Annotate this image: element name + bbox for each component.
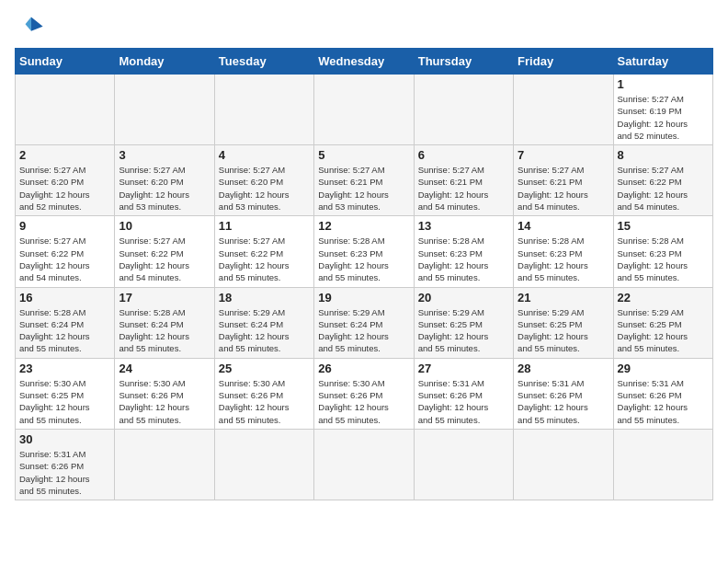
calendar-day-empty (314, 429, 414, 500)
day-number: 14 (518, 219, 609, 233)
calendar-day-7: 7Sunrise: 5:27 AMSunset: 6:21 PMDaylight… (514, 145, 613, 216)
calendar-week-row: 16Sunrise: 5:28 AMSunset: 6:24 PMDayligh… (16, 287, 713, 358)
day-info: Sunrise: 5:30 AMSunset: 6:26 PMDaylight:… (219, 377, 310, 426)
day-number: 19 (318, 291, 409, 304)
day-number: 27 (418, 362, 509, 375)
calendar-day-30: 30Sunrise: 5:31 AMSunset: 6:26 PMDayligh… (16, 429, 115, 500)
day-number: 15 (618, 219, 709, 233)
day-info: Sunrise: 5:27 AMSunset: 6:21 PMDaylight:… (418, 164, 509, 213)
calendar-day-empty (214, 75, 313, 145)
day-number: 28 (518, 362, 609, 375)
calendar-day-15: 15Sunrise: 5:28 AMSunset: 6:23 PMDayligh… (613, 216, 712, 287)
day-number: 25 (219, 362, 310, 375)
day-info: Sunrise: 5:28 AMSunset: 6:24 PMDaylight:… (19, 306, 110, 355)
calendar-day-27: 27Sunrise: 5:31 AMSunset: 6:26 PMDayligh… (414, 358, 513, 429)
day-number: 17 (119, 291, 210, 304)
generalblue-logo-icon (15, 15, 44, 40)
day-number: 16 (19, 291, 110, 304)
day-number: 18 (219, 291, 310, 304)
calendar-week-row: 9Sunrise: 5:27 AMSunset: 6:22 PMDaylight… (16, 216, 713, 287)
calendar-day-23: 23Sunrise: 5:30 AMSunset: 6:25 PMDayligh… (16, 358, 115, 429)
day-info: Sunrise: 5:31 AMSunset: 6:26 PMDaylight:… (518, 377, 609, 426)
calendar-day-12: 12Sunrise: 5:28 AMSunset: 6:23 PMDayligh… (314, 216, 414, 287)
calendar-day-empty (414, 429, 513, 500)
day-info: Sunrise: 5:31 AMSunset: 6:26 PMDaylight:… (418, 377, 509, 426)
day-number: 11 (219, 219, 310, 233)
calendar-day-empty (16, 75, 115, 145)
calendar-day-11: 11Sunrise: 5:27 AMSunset: 6:22 PMDayligh… (214, 216, 313, 287)
day-number: 9 (19, 219, 110, 233)
day-number: 2 (19, 148, 110, 162)
day-number: 21 (518, 291, 609, 304)
calendar-day-22: 22Sunrise: 5:29 AMSunset: 6:25 PMDayligh… (613, 287, 712, 358)
calendar-day-25: 25Sunrise: 5:30 AMSunset: 6:26 PMDayligh… (214, 358, 313, 429)
calendar-day-empty (115, 75, 214, 145)
calendar-day-16: 16Sunrise: 5:28 AMSunset: 6:24 PMDayligh… (16, 287, 115, 358)
day-number: 6 (418, 148, 509, 162)
calendar-day-13: 13Sunrise: 5:28 AMSunset: 6:23 PMDayligh… (414, 216, 513, 287)
calendar-day-empty (514, 429, 613, 500)
day-info: Sunrise: 5:27 AMSunset: 6:21 PMDaylight:… (518, 164, 609, 213)
calendar-day-empty (214, 429, 313, 500)
day-info: Sunrise: 5:29 AMSunset: 6:25 PMDaylight:… (418, 306, 509, 355)
day-number: 23 (19, 362, 110, 375)
header (15, 15, 713, 40)
calendar-day-9: 9Sunrise: 5:27 AMSunset: 6:22 PMDaylight… (16, 216, 115, 287)
day-info: Sunrise: 5:27 AMSunset: 6:22 PMDaylight:… (219, 235, 310, 283)
calendar-day-20: 20Sunrise: 5:29 AMSunset: 6:25 PMDayligh… (414, 287, 513, 358)
day-number: 4 (219, 148, 310, 162)
calendar-day-26: 26Sunrise: 5:30 AMSunset: 6:26 PMDayligh… (314, 358, 414, 429)
day-info: Sunrise: 5:28 AMSunset: 6:24 PMDaylight:… (119, 306, 210, 355)
weekday-header-sunday: Sunday (16, 49, 115, 75)
weekday-header-saturday: Saturday (613, 49, 712, 75)
calendar-day-10: 10Sunrise: 5:27 AMSunset: 6:22 PMDayligh… (115, 216, 214, 287)
calendar-table: SundayMondayTuesdayWednesdayThursdayFrid… (15, 48, 713, 500)
calendar-week-row: 23Sunrise: 5:30 AMSunset: 6:25 PMDayligh… (16, 358, 713, 429)
day-info: Sunrise: 5:29 AMSunset: 6:24 PMDaylight:… (318, 306, 409, 355)
day-info: Sunrise: 5:29 AMSunset: 6:25 PMDaylight:… (518, 306, 609, 355)
svg-marker-1 (26, 17, 31, 31)
weekday-header-wednesday: Wednesday (314, 49, 414, 75)
weekday-header-friday: Friday (514, 49, 613, 75)
day-number: 20 (418, 291, 509, 304)
day-number: 22 (618, 291, 709, 304)
day-info: Sunrise: 5:30 AMSunset: 6:26 PMDaylight:… (119, 377, 210, 426)
day-info: Sunrise: 5:27 AMSunset: 6:22 PMDaylight:… (618, 164, 709, 213)
calendar-week-row: 30Sunrise: 5:31 AMSunset: 6:26 PMDayligh… (16, 429, 713, 500)
calendar-day-3: 3Sunrise: 5:27 AMSunset: 6:20 PMDaylight… (115, 145, 214, 216)
day-number: 10 (119, 219, 210, 233)
calendar-day-28: 28Sunrise: 5:31 AMSunset: 6:26 PMDayligh… (514, 358, 613, 429)
calendar-day-empty (115, 429, 214, 500)
day-number: 24 (119, 362, 210, 375)
calendar-day-empty (514, 75, 613, 145)
weekday-header-tuesday: Tuesday (214, 49, 313, 75)
day-info: Sunrise: 5:27 AMSunset: 6:19 PMDaylight:… (618, 93, 709, 142)
calendar-day-5: 5Sunrise: 5:27 AMSunset: 6:21 PMDaylight… (314, 145, 414, 216)
day-number: 13 (418, 219, 509, 233)
svg-marker-0 (31, 17, 43, 31)
day-number: 7 (518, 148, 609, 162)
calendar-day-29: 29Sunrise: 5:31 AMSunset: 6:26 PMDayligh… (613, 358, 712, 429)
day-number: 29 (618, 362, 709, 375)
day-info: Sunrise: 5:27 AMSunset: 6:22 PMDaylight:… (19, 235, 110, 283)
day-info: Sunrise: 5:27 AMSunset: 6:22 PMDaylight:… (119, 235, 210, 283)
calendar-day-8: 8Sunrise: 5:27 AMSunset: 6:22 PMDaylight… (613, 145, 712, 216)
day-info: Sunrise: 5:31 AMSunset: 6:26 PMDaylight:… (19, 448, 110, 497)
day-info: Sunrise: 5:27 AMSunset: 6:20 PMDaylight:… (219, 164, 310, 213)
calendar-day-14: 14Sunrise: 5:28 AMSunset: 6:23 PMDayligh… (514, 216, 613, 287)
day-info: Sunrise: 5:27 AMSunset: 6:21 PMDaylight:… (318, 164, 409, 213)
calendar-week-row: 1Sunrise: 5:27 AMSunset: 6:19 PMDaylight… (16, 75, 713, 145)
day-number: 30 (19, 432, 110, 446)
calendar-day-17: 17Sunrise: 5:28 AMSunset: 6:24 PMDayligh… (115, 287, 214, 358)
day-info: Sunrise: 5:30 AMSunset: 6:25 PMDaylight:… (19, 377, 110, 426)
day-info: Sunrise: 5:27 AMSunset: 6:20 PMDaylight:… (119, 164, 210, 213)
calendar-day-18: 18Sunrise: 5:29 AMSunset: 6:24 PMDayligh… (214, 287, 313, 358)
day-info: Sunrise: 5:29 AMSunset: 6:24 PMDaylight:… (219, 306, 310, 355)
weekday-header-thursday: Thursday (414, 49, 513, 75)
calendar-day-24: 24Sunrise: 5:30 AMSunset: 6:26 PMDayligh… (115, 358, 214, 429)
day-number: 12 (318, 219, 409, 233)
day-info: Sunrise: 5:30 AMSunset: 6:26 PMDaylight:… (318, 377, 409, 426)
day-number: 1 (618, 77, 709, 91)
day-info: Sunrise: 5:28 AMSunset: 6:23 PMDaylight:… (618, 235, 709, 283)
calendar-day-1: 1Sunrise: 5:27 AMSunset: 6:19 PMDaylight… (613, 75, 712, 145)
